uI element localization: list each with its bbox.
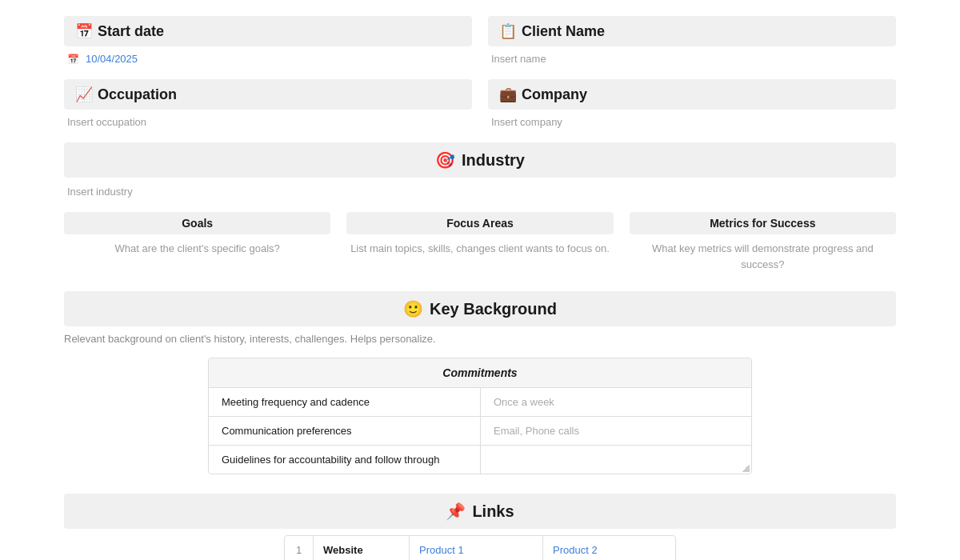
- company-icon: 💼: [499, 86, 517, 103]
- row1-label: Meeting frequency and cadence: [209, 388, 480, 416]
- focus-areas-placeholder[interactable]: List main topics, skills, changes client…: [346, 241, 613, 257]
- links-label: Links: [472, 502, 514, 521]
- start-date-block: 📅 Start date 📅10/04/2025: [64, 16, 472, 66]
- start-date-header: 📅 Start date: [64, 16, 472, 46]
- occupation-header: 📈 Occupation: [64, 79, 472, 110]
- key-background-desc: Relevant background on client's history,…: [64, 333, 896, 345]
- client-name-header: 📋 Client Name: [488, 16, 896, 46]
- table-row: Meeting frequency and cadence Once a wee…: [209, 388, 751, 417]
- focus-areas-block: Focus Areas List main topics, skills, ch…: [346, 212, 613, 272]
- company-block: 💼 Company Insert company: [488, 79, 896, 130]
- row-occupation-company: 📈 Occupation Insert occupation 💼 Company…: [64, 79, 896, 130]
- goals-block: Goals What are the client's specific goa…: [64, 212, 330, 272]
- table-row: Communication preferences Email, Phone c…: [209, 417, 751, 446]
- goals-header: Goals: [64, 212, 330, 234]
- row2-value[interactable]: Email, Phone calls: [480, 417, 751, 445]
- industry-icon: 🎯: [435, 150, 455, 170]
- link-row1-link2[interactable]: Product 2: [542, 536, 675, 560]
- table-row: Guidelines for accountability and follow…: [209, 446, 751, 474]
- key-background-header: 🙂 Key Background: [64, 291, 896, 326]
- links-icon: 📌: [446, 502, 466, 521]
- metrics-header: Metrics for Success: [630, 212, 896, 234]
- focus-areas-header: Focus Areas: [346, 212, 613, 234]
- metrics-block: Metrics for Success What key metrics wil…: [630, 212, 896, 272]
- industry-label: Industry: [462, 151, 525, 170]
- link-row-1: 1 Website Product 1 Product 2: [285, 536, 675, 560]
- industry-header: 🎯 Industry: [64, 142, 896, 178]
- occupation-placeholder[interactable]: Insert occupation: [64, 114, 472, 130]
- key-background-block: 🙂 Key Background Relevant background on …: [64, 291, 896, 345]
- row2-label: Communication preferences: [209, 417, 480, 445]
- occupation-icon: 📈: [75, 86, 93, 103]
- row3-label: Guidelines for accountability and follow…: [209, 446, 480, 474]
- link-row1-label: Website: [314, 536, 410, 560]
- row1-value[interactable]: Once a week: [480, 388, 751, 416]
- company-header: 💼 Company: [488, 79, 896, 110]
- start-date-label: Start date: [98, 23, 164, 40]
- row-start-clientname: 📅 Start date 📅10/04/2025 📋 Client Name I…: [64, 16, 896, 66]
- goals-placeholder[interactable]: What are the client's specific goals?: [64, 241, 330, 257]
- industry-block: 🎯 Industry Insert industry: [64, 142, 896, 199]
- resize-handle[interactable]: [742, 464, 750, 472]
- client-name-label: Client Name: [522, 23, 605, 40]
- link-row1-link1[interactable]: Product 1: [410, 536, 542, 560]
- links-header: 📌 Links: [64, 494, 896, 529]
- company-placeholder[interactable]: Insert company: [488, 114, 896, 130]
- metrics-placeholder[interactable]: What key metrics will demonstrate progre…: [630, 241, 896, 272]
- page-container: 📅 Start date 📅10/04/2025 📋 Client Name I…: [64, 16, 896, 560]
- link-row1-num: 1: [285, 536, 314, 560]
- key-background-label: Key Background: [430, 300, 557, 318]
- occupation-label: Occupation: [98, 86, 177, 103]
- industry-placeholder[interactable]: Insert industry: [64, 184, 896, 199]
- key-background-icon: 🙂: [403, 299, 423, 318]
- start-date-value[interactable]: 📅10/04/2025: [64, 51, 472, 66]
- row3-value[interactable]: [480, 446, 751, 474]
- client-name-icon: 📋: [499, 22, 517, 40]
- occupation-block: 📈 Occupation Insert occupation: [64, 79, 472, 130]
- commitments-title: Commitments: [209, 358, 751, 388]
- calendar-icon: 📅: [75, 22, 93, 40]
- client-name-block: 📋 Client Name Insert name: [488, 16, 896, 66]
- links-table: 1 Website Product 1 Product 2 2 Social L…: [284, 535, 676, 560]
- commitments-table: Commitments Meeting frequency and cadenc…: [208, 358, 752, 474]
- client-name-placeholder[interactable]: Insert name: [488, 51, 896, 66]
- links-block: 📌 Links 1 Website Product 1 Product 2 2 …: [64, 494, 896, 560]
- three-col-section: Goals What are the client's specific goa…: [64, 212, 896, 272]
- company-label: Company: [522, 86, 587, 103]
